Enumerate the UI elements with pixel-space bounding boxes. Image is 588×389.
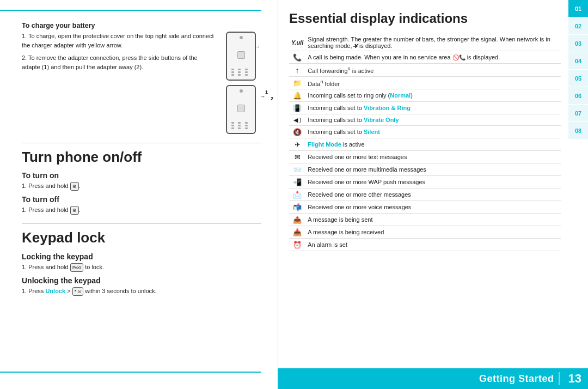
end-key-icon-2: ⊕ <box>70 206 79 215</box>
end-key-icon-1: ⊕ <box>70 182 79 191</box>
table-row: Y.ull Signal strength. The greater the n… <box>289 34 561 51</box>
phone-screen <box>237 51 245 59</box>
phone-image-2 <box>226 85 256 134</box>
phone-image-1: → <box>226 32 256 81</box>
chapter-tab-02[interactable]: 02 <box>568 17 588 35</box>
phone-top-dot-2 <box>240 89 243 93</box>
turn-off-heading: To turn off <box>22 195 261 204</box>
indications-table: Y.ull Signal strength. The greater the n… <box>289 34 561 251</box>
phone-keypad-2 <box>231 122 251 129</box>
table-row: 📲 Received one or more WAP push messages <box>289 176 561 189</box>
row-icon: 🔇 <box>289 126 305 138</box>
phone-image-2-wrapper: 1 2 → <box>226 85 256 134</box>
row-text: Incoming calls set to Vibrate Only <box>305 114 561 126</box>
charger-arrow-icon: → <box>255 44 260 50</box>
battery-step2: 2. To remove the adapter connection, pre… <box>22 53 215 72</box>
table-row: ✉ Received one or more text messages <box>289 151 561 163</box>
row-text: Received one or more voice messages <box>305 201 561 214</box>
turn-phone-title: Turn phone on/off <box>22 149 261 166</box>
row-text: A message is being received <box>305 226 561 239</box>
row-text: Received one or more other messages <box>305 189 561 201</box>
right-section-title: Essential display indications <box>289 11 561 26</box>
row-text: Flight Mode is active <box>305 138 561 151</box>
page-container: To charge your battery 1. To charge, ope… <box>0 0 588 389</box>
row-text: Signal strength. The greater the number … <box>305 34 561 51</box>
row-text: Received one or more text messages <box>305 151 561 163</box>
table-row: 🔔 Incoming calls set to ring only (Norma… <box>289 89 561 102</box>
battery-section: To charge your battery 1. To charge, ope… <box>22 22 261 134</box>
footer-section-label: Getting Started <box>479 373 554 385</box>
table-row: 📳 Incoming calls set to Vibration & Ring <box>289 102 561 114</box>
chapter-tab-05[interactable]: 05 <box>568 70 588 87</box>
bottom-line-left <box>0 372 261 373</box>
row-text: Call forwardingn is active <box>305 64 561 77</box>
top-line-left <box>0 10 261 11</box>
row-icon: 📥 <box>289 226 305 239</box>
footer-page-number: 13 <box>568 372 581 386</box>
row-icon: ⏰ <box>289 239 305 251</box>
table-row: 📞 A call is being made. When you are in … <box>289 51 561 64</box>
unlocking-heading: Unlocking the keypad <box>22 276 261 285</box>
chapter-tab-03[interactable]: 03 <box>568 35 588 52</box>
arrow-label-2: 2 <box>271 96 273 101</box>
row-icon: 📞 <box>289 51 305 64</box>
table-row: 📨 Received one or more multimedia messag… <box>289 163 561 176</box>
table-row: 📤 A message is being sent <box>289 214 561 226</box>
table-row: ◀ ) Incoming calls set to Vibrate Only <box>289 114 561 126</box>
bottom-bar: Getting Started 13 <box>278 368 588 389</box>
turn-on-heading: To turn on <box>22 171 261 180</box>
phone-keypad <box>231 69 251 76</box>
right-column: 01 02 03 04 05 06 07 08 Essential displa… <box>278 0 588 389</box>
divider-2 <box>22 223 261 224</box>
keypad-lock-title: Keypad lock <box>22 229 261 246</box>
row-text: Incoming calls set to Vibration & Ring <box>305 102 561 114</box>
left-column: To charge your battery 1. To charge, ope… <box>0 0 278 389</box>
row-icon: 📩 <box>289 189 305 201</box>
phone-screen-2 <box>237 105 245 112</box>
row-text: Incoming calls set to Silent <box>305 126 561 138</box>
row-text: An alarm is set <box>305 239 561 251</box>
table-row: ↑ Call forwardingn is active <box>289 64 561 77</box>
row-text: Received one or more WAP push messages <box>305 176 561 189</box>
row-text: A call is being made. When you are in no… <box>305 51 561 64</box>
hash-key-icon: #∞o <box>70 263 83 272</box>
table-row: 📥 A message is being received <box>289 226 561 239</box>
row-icon: 📬 <box>289 201 305 214</box>
table-row: 📬 Received one or more voice messages <box>289 201 561 214</box>
divider-1 <box>22 143 261 143</box>
row-icon: Y.ull <box>289 34 305 51</box>
row-text: Received one or more multimedia messages <box>305 163 561 176</box>
chapter-tab-07[interactable]: 07 <box>568 105 588 122</box>
chapter-tab-08[interactable]: 08 <box>568 122 588 139</box>
phone-top-dot <box>240 36 243 39</box>
table-row: 🔇 Incoming calls set to Silent <box>289 126 561 138</box>
chapter-tab-06[interactable]: 06 <box>568 87 588 105</box>
unlocking-step: 1. Press Unlock > * ∞ within 3 seconds t… <box>22 287 261 296</box>
chapter-tab-01[interactable]: 01 <box>568 0 588 17</box>
star-key-icon: * ∞ <box>72 287 83 296</box>
row-icon: 📁 <box>289 77 305 89</box>
row-icon: ◀ ) <box>289 114 305 126</box>
row-icon: 📤 <box>289 214 305 226</box>
unlock-link[interactable]: Unlock <box>45 288 65 294</box>
battery-heading: To charge your battery <box>22 22 261 29</box>
footer-divider <box>559 372 560 385</box>
locking-step: 1. Press and hold #∞o to lock. <box>22 263 261 272</box>
row-icon: ↑ <box>289 64 305 77</box>
table-row: 📩 Received one or more other messages <box>289 189 561 201</box>
row-text: A message is being sent <box>305 214 561 226</box>
table-row: 📁 Datan folder <box>289 77 561 89</box>
row-icon: ✉ <box>289 151 305 163</box>
battery-step1: 1. To charge, open the protective cover … <box>22 32 215 50</box>
chapter-tab-04[interactable]: 04 <box>568 52 588 70</box>
row-icon: 🔔 <box>289 89 305 102</box>
row-text: Incoming calls set to ring only (Normal) <box>305 89 561 102</box>
table-row: ✈ Flight Mode is active <box>289 138 561 151</box>
row-icon: 📨 <box>289 163 305 176</box>
turn-off-step: 1. Press and hold ⊕. <box>22 205 261 215</box>
table-row: ⏰ An alarm is set <box>289 239 561 251</box>
locking-heading: Locking the keypad <box>22 252 261 261</box>
row-text: Datan folder <box>305 77 561 89</box>
row-icon: ✈ <box>289 138 305 151</box>
turn-on-step: 1. Press and hold ⊕. <box>22 181 261 191</box>
